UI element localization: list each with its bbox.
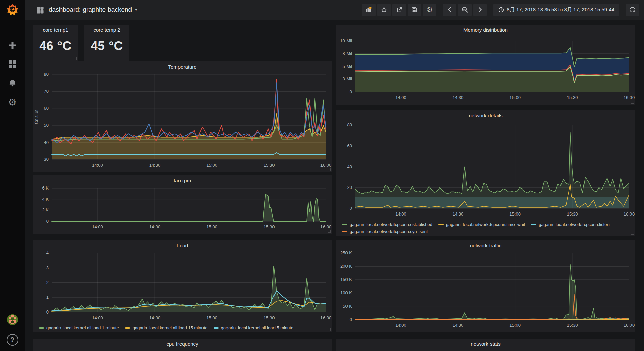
- svg-text:14:30: 14:30: [149, 315, 161, 320]
- sidebar-item-create[interactable]: [6, 40, 19, 51]
- chart-legend: gagarin_local.kernel.all.load.1 minutega…: [39, 325, 329, 331]
- svg-text:3: 3: [46, 265, 49, 270]
- sidebar-item-alerting[interactable]: [6, 78, 19, 89]
- chart-fan-rpm[interactable]: 02 K4 K6 K14:0014:3015:0015:3016:00: [33, 175, 332, 234]
- svg-text:5 Mil: 5 Mil: [343, 64, 352, 69]
- svg-text:50 K: 50 K: [343, 304, 352, 309]
- gear-icon: ⚙: [427, 6, 433, 14]
- panel-title[interactable]: Temperature: [33, 64, 332, 70]
- panel-title[interactable]: Memory distribution: [336, 27, 635, 33]
- clock-icon: [498, 7, 504, 13]
- legend-color-dash: [342, 231, 347, 232]
- panel-title[interactable]: core temp 2: [84, 27, 129, 33]
- legend-item[interactable]: gagarin_local.kernel.all.load.5 minute: [214, 325, 294, 331]
- svg-text:14:00: 14:00: [395, 95, 406, 100]
- svg-text:16:00: 16:00: [320, 224, 332, 229]
- svg-text:50: 50: [44, 123, 49, 128]
- chart-network-details[interactable]: 02040608014:0014:3015:0015:3016:00: [336, 110, 635, 236]
- svg-text:14:00: 14:00: [92, 162, 103, 168]
- chart-load[interactable]: 0123414:0014:3015:0015:3016:00: [33, 240, 332, 332]
- refresh-button[interactable]: [626, 4, 639, 16]
- add-panel-icon: [365, 6, 373, 13]
- share-button[interactable]: [392, 4, 406, 16]
- panel-title[interactable]: network traffic: [336, 243, 635, 248]
- sidebar-item-configuration[interactable]: ⚙: [6, 97, 19, 107]
- panel-title[interactable]: cpu frequency: [33, 341, 332, 347]
- svg-text:15:00: 15:00: [206, 315, 217, 320]
- legend-item[interactable]: gagarin_local.kernel.all.load.15 minute: [125, 325, 208, 331]
- dashboard-picker[interactable]: dashboard: graphite backend ▾: [36, 6, 137, 14]
- svg-text:15:30: 15:30: [264, 224, 275, 229]
- help-glyph: ?: [10, 336, 14, 343]
- legend-color-dash: [39, 327, 44, 329]
- help-button[interactable]: ?: [7, 334, 18, 346]
- user-avatar[interactable]: [7, 314, 18, 327]
- star-button[interactable]: [377, 4, 391, 16]
- share-icon: [396, 6, 403, 13]
- panel-fan-rpm: fan rpm 02 K4 K6 K14:0014:3015:0015:3016…: [33, 175, 332, 234]
- chart-temperature[interactable]: 30405060708014:0014:3015:0015:3016:00Cel…: [33, 61, 332, 172]
- add-panel-button[interactable]: [362, 4, 376, 16]
- svg-text:30: 30: [44, 157, 49, 162]
- legend-item[interactable]: gagarin_local.network.tcpconn.listen: [531, 222, 610, 227]
- panel-network-traffic: network traffic 050 K100 K150 K200 K250 …: [336, 240, 635, 332]
- svg-text:40: 40: [347, 164, 352, 169]
- svg-text:15:00: 15:00: [509, 95, 521, 100]
- legend-color-dash: [342, 224, 347, 225]
- dashboard-title: dashboard: graphite backend: [49, 6, 132, 14]
- sidebar-nav: ⚙: [6, 40, 19, 107]
- legend-color-dash: [438, 224, 444, 225]
- dashboards-grid-icon: [8, 60, 17, 69]
- panel-title[interactable]: network details: [336, 112, 635, 118]
- svg-text:16:00: 16:00: [624, 95, 635, 100]
- settings-button[interactable]: ⚙: [423, 4, 436, 16]
- svg-text:4 K: 4 K: [42, 197, 49, 202]
- singlestat-value: 46 °C: [33, 39, 78, 53]
- panel-title[interactable]: network stats: [336, 341, 635, 347]
- svg-text:20: 20: [347, 185, 352, 190]
- panel-memory-distribution: Memory distribution 03 Mil5 Mil8 Mil10 M…: [336, 25, 635, 105]
- save-button[interactable]: [408, 4, 421, 16]
- svg-text:16:00: 16:00: [624, 211, 635, 217]
- panel-core-temp1[interactable]: core temp1 46 °C: [33, 25, 78, 61]
- panel-core-temp2[interactable]: core temp 2 45 °C: [84, 25, 129, 61]
- time-range-picker[interactable]: 8月 17, 2018 13:35:58 to 8月 17, 2018 15:5…: [493, 4, 619, 16]
- save-icon: [411, 6, 418, 13]
- legend-label: gagarin_local.network.tcpconn.syn_sent: [350, 229, 428, 234]
- sidebar: ⚙ ?: [0, 0, 25, 351]
- legend-color-dash: [125, 327, 130, 329]
- sidebar-item-dashboards[interactable]: [6, 59, 19, 70]
- svg-text:250 K: 250 K: [340, 250, 352, 255]
- zoom-out-button[interactable]: [458, 4, 472, 16]
- legend-label: gagarin_local.kernel.all.load.1 minute: [46, 325, 119, 331]
- legend-item[interactable]: gagarin_local.network.tcpconn.time_wait: [438, 222, 525, 227]
- legend-label: gagarin_local.kernel.all.load.5 minute: [221, 325, 294, 331]
- svg-text:14:00: 14:00: [395, 211, 406, 217]
- sidebar-bottom: ?: [7, 314, 18, 346]
- time-forward-button[interactable]: [473, 4, 487, 16]
- panel-title[interactable]: fan rpm: [33, 178, 332, 183]
- chart-memory-distribution[interactable]: 03 Mil5 Mil8 Mil10 Mil14:0014:3015:0015:…: [336, 25, 635, 105]
- bell-icon: [8, 79, 17, 87]
- panel-cpu-frequency: cpu frequency: [33, 339, 332, 351]
- legend-item[interactable]: gagarin_local.network.tcpconn.establishe…: [342, 222, 432, 227]
- svg-text:14:30: 14:30: [149, 162, 161, 168]
- svg-text:15:30: 15:30: [567, 211, 578, 217]
- singlestat-value: 45 °C: [84, 39, 129, 53]
- legend-item[interactable]: gagarin_local.kernel.all.load.1 minute: [39, 325, 119, 331]
- legend-label: gagarin_local.network.tcpconn.time_wait: [446, 222, 525, 227]
- time-back-button[interactable]: [443, 4, 456, 16]
- chevron-right-icon: [477, 7, 483, 12]
- legend-item[interactable]: gagarin_local.network.tcpconn.syn_sent: [342, 229, 428, 234]
- svg-text:15:00: 15:00: [206, 224, 217, 229]
- panel-title[interactable]: core temp1: [33, 27, 78, 33]
- panel-title[interactable]: Load: [33, 243, 332, 248]
- chart-network-traffic[interactable]: 050 K100 K150 K200 K250 K14:0014:3015:00…: [336, 240, 635, 332]
- grafana-logo[interactable]: [0, 0, 25, 20]
- topbar: dashboard: graphite backend ▾: [25, 0, 644, 20]
- svg-text:15:00: 15:00: [206, 162, 217, 168]
- svg-text:15:30: 15:30: [567, 323, 578, 328]
- panel-network-details: network details 02040608014:0014:3015:00…: [336, 110, 635, 236]
- svg-text:2: 2: [46, 280, 49, 285]
- svg-text:14:00: 14:00: [92, 224, 103, 229]
